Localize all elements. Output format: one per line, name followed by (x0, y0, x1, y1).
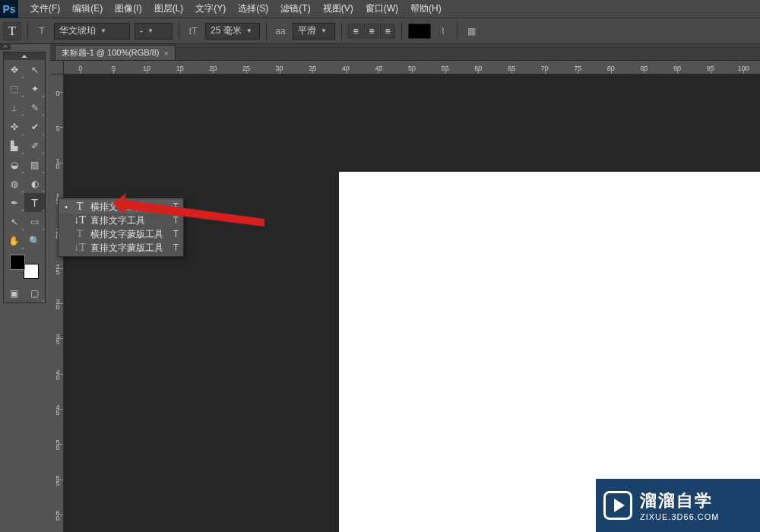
menu-file[interactable]: 文件(F) (24, 0, 66, 18)
watermark: 溜溜自学 ZIXUE.3D66.COM (596, 479, 760, 532)
flyout-label: 直排文字蒙版工具 (90, 242, 163, 255)
text-orientation-toggle[interactable]: T (34, 24, 49, 39)
menu-edit[interactable]: 编辑(E) (66, 0, 109, 18)
tool-path-select[interactable]: ↖ (4, 212, 24, 231)
flyout-shortcut: T (168, 242, 179, 253)
font-family-select[interactable]: 华文琥珀 ▼ (54, 23, 130, 40)
type-icon: T (74, 201, 86, 213)
tool-history-brush[interactable]: ✐ (24, 136, 45, 155)
tools-panel: ✥ ↖ ⬚ ✦ ⟂ ✎ ✜ ✔ ▙ ✐ ◒ ▨ ◍ ◐ ✒ T ↖ ▭ ✋ 🔍 … (3, 52, 46, 303)
horizontal-ruler[interactable]: 0510152025303540455055606570758085909510… (64, 61, 760, 74)
vertical-ruler[interactable]: 051015202530354045505560 (50, 74, 64, 532)
type-mask-icon: ↓T (74, 242, 86, 254)
dropdown-arrow-icon: ▼ (246, 27, 252, 34)
menu-select[interactable]: 选择(S) (232, 0, 274, 18)
flyout-horizontal-type[interactable]: • T 横排文字工具 T (59, 200, 183, 214)
tool-hand[interactable]: ✋ (4, 231, 24, 250)
menu-layer[interactable]: 图层(L) (148, 0, 190, 18)
document-tab-title: 未标题-1 @ 100%(RGB/8) (62, 47, 160, 59)
antialias-select[interactable]: 平滑 ▼ (293, 23, 335, 40)
text-color-swatch[interactable] (408, 24, 431, 39)
align-center-button[interactable]: ≡ (364, 24, 379, 39)
align-right-button[interactable]: ≡ (380, 24, 395, 39)
dropdown-arrow-icon: ▼ (321, 27, 327, 34)
flyout-shortcut: T (168, 215, 179, 226)
dropdown-arrow-icon: ▼ (100, 27, 106, 34)
align-left-button[interactable]: ≡ (348, 24, 363, 39)
bullet-icon: • (63, 203, 69, 211)
tools-panel-handle[interactable] (4, 52, 45, 60)
warp-text-button[interactable]: ⌇ (435, 24, 451, 39)
menu-type[interactable]: 文字(Y) (189, 0, 232, 18)
menu-help[interactable]: 帮助(H) (404, 0, 448, 18)
play-icon (603, 491, 632, 520)
menubar: Ps 文件(F) 编辑(E) 图像(I) 图层(L) 文字(Y) 选择(S) 滤… (0, 0, 760, 18)
canvas[interactable] (339, 172, 760, 532)
tool-crop[interactable]: ⟂ (4, 98, 24, 117)
character-panel-button[interactable]: ▦ (464, 24, 479, 39)
tool-zoom[interactable]: 🔍 (24, 231, 45, 250)
tool-clone[interactable]: ▙ (4, 136, 24, 155)
tool-move[interactable]: ✥ (4, 60, 24, 79)
tool-eraser[interactable]: ◒ (4, 155, 24, 174)
watermark-url: ZIXUE.3D66.COM (640, 512, 719, 521)
tool-dodge[interactable]: ◐ (24, 174, 45, 193)
flyout-vertical-type-mask[interactable]: ↓T 直排文字蒙版工具 T (59, 241, 183, 255)
flyout-label: 横排文字蒙版工具 (90, 228, 163, 241)
flyout-shortcut: T (168, 201, 179, 212)
font-family-value: 华文琥珀 (59, 24, 96, 37)
workspace: 0510152025303540455055606570758085909510… (50, 61, 760, 532)
tool-preset-icon[interactable]: T (3, 22, 21, 40)
color-picker (4, 250, 45, 283)
ruler-origin[interactable] (50, 61, 64, 74)
tool-spot-heal[interactable]: ✜ (4, 117, 24, 136)
dock-collapse-handle[interactable] (0, 44, 11, 50)
type-tool-flyout: • T 横排文字工具 T ↓T 直排文字工具 T T 横排文字蒙版工具 T ↓T… (58, 198, 184, 257)
tool-screenmode[interactable]: ▢ (24, 283, 45, 302)
tool-brush[interactable]: ✔ (24, 117, 45, 136)
text-align-group: ≡ ≡ ≡ (348, 24, 395, 39)
type-icon: ↓T (74, 214, 86, 226)
antialias-value: 平滑 (298, 24, 316, 37)
flyout-vertical-type[interactable]: ↓T 直排文字工具 T (59, 214, 183, 227)
flyout-label: 直排文字工具 (90, 214, 163, 227)
font-style-select[interactable]: - ▼ (135, 23, 173, 40)
antialias-icon: aa (273, 24, 288, 39)
font-size-select[interactable]: 25 毫米 ▼ (205, 23, 260, 40)
tool-wand[interactable]: ✦ (24, 79, 45, 98)
close-icon[interactable]: × (164, 49, 169, 58)
background-color-swatch[interactable] (24, 264, 39, 279)
menu-filter[interactable]: 滤镜(T) (274, 0, 316, 18)
tool-eyedropper[interactable]: ✎ (24, 98, 45, 117)
tool-quickmask[interactable]: ▣ (4, 283, 24, 302)
tool-blur[interactable]: ◍ (4, 174, 24, 193)
tool-arrow-select[interactable]: ↖ (24, 60, 45, 79)
menu-window[interactable]: 窗口(W) (359, 0, 404, 18)
document-tab[interactable]: 未标题-1 @ 100%(RGB/8) × (55, 45, 176, 60)
options-bar: T T 华文琥珀 ▼ - ▼ tT 25 毫米 ▼ aa 平滑 ▼ ≡ ≡ ≡ … (0, 18, 760, 44)
flyout-shortcut: T (168, 229, 179, 239)
font-style-value: - (140, 26, 143, 36)
document-area[interactable] (64, 74, 760, 532)
foreground-color-swatch[interactable] (10, 255, 25, 270)
tool-marquee[interactable]: ⬚ (4, 79, 24, 98)
flyout-horizontal-type-mask[interactable]: T 横排文字蒙版工具 T (59, 227, 183, 241)
tool-pen[interactable]: ✒ (4, 193, 24, 212)
tool-type[interactable]: T (24, 193, 45, 212)
dropdown-arrow-icon: ▼ (147, 27, 154, 34)
menu-view[interactable]: 视图(V) (317, 0, 359, 18)
type-mask-icon: T (74, 228, 86, 240)
menu-image[interactable]: 图像(I) (109, 0, 147, 18)
font-size-icon: tT (185, 24, 201, 39)
font-size-value: 25 毫米 (211, 24, 242, 37)
tool-gradient[interactable]: ▨ (24, 155, 45, 174)
tool-shape[interactable]: ▭ (24, 212, 45, 231)
app-logo: Ps (0, 0, 18, 18)
watermark-title: 溜溜自学 (640, 489, 719, 512)
document-tabs: 未标题-1 @ 100%(RGB/8) × (50, 44, 760, 61)
flyout-label: 横排文字工具 (90, 201, 163, 214)
